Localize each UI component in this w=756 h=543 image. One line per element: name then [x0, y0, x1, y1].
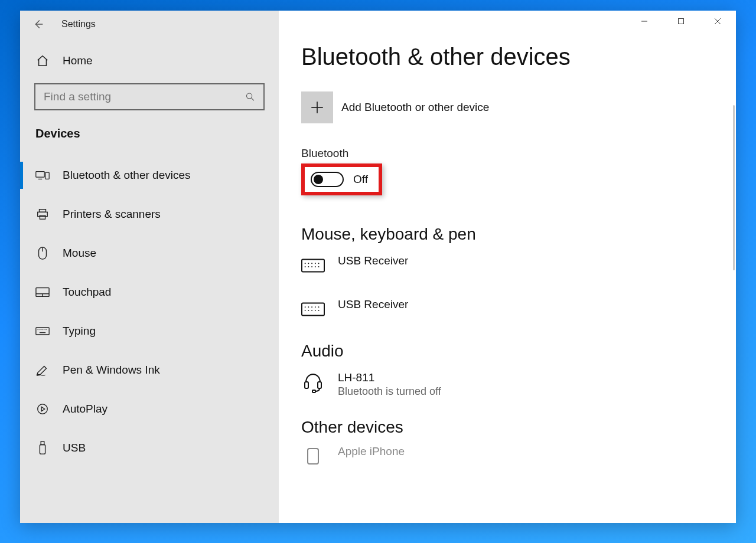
bluetooth-heading: Bluetooth	[301, 147, 718, 160]
device-name: USB Receiver	[338, 298, 408, 311]
svg-rect-18	[36, 328, 49, 335]
device-name: Apple iPhone	[338, 445, 405, 458]
svg-rect-30	[302, 260, 324, 272]
svg-rect-7	[36, 172, 44, 178]
device-row[interactable]: USB Receiver	[301, 254, 718, 276]
add-device-button[interactable]: Add Bluetooth or other device	[301, 91, 718, 123]
mouse-icon	[35, 246, 50, 260]
sidebar-nav: Bluetooth & other devices Printers & sca…	[20, 156, 279, 467]
sidebar-item-label: Printers & scanners	[63, 208, 161, 221]
back-button[interactable]	[32, 18, 45, 31]
svg-rect-26	[41, 441, 44, 445]
sidebar: Settings Home Devices	[20, 11, 279, 523]
sidebar-item-usb[interactable]: USB	[20, 428, 279, 467]
bluetooth-toggle-label: Off	[353, 173, 368, 186]
keyboard-icon	[35, 324, 50, 338]
svg-rect-52	[305, 382, 308, 388]
sidebar-item-pen[interactable]: Pen & Windows Ink	[20, 351, 279, 390]
sidebar-item-label: AutoPlay	[63, 403, 107, 416]
svg-point-25	[38, 404, 48, 414]
svg-rect-54	[312, 390, 315, 392]
printer-icon	[35, 207, 50, 221]
sidebar-item-autoplay[interactable]: AutoPlay	[20, 390, 279, 428]
section-audio: Audio	[301, 342, 718, 361]
svg-rect-41	[302, 303, 324, 316]
bluetooth-toggle[interactable]	[311, 172, 344, 187]
plus-icon	[301, 91, 333, 123]
svg-rect-27	[40, 444, 45, 454]
sidebar-item-printers[interactable]: Printers & scanners	[20, 195, 279, 234]
device-name: LH-811	[338, 371, 441, 384]
page-title: Bluetooth & other devices	[301, 44, 718, 70]
minimize-button[interactable]	[626, 11, 663, 32]
svg-line-6	[252, 98, 254, 100]
svg-rect-53	[318, 382, 321, 388]
section-other-devices: Other devices	[301, 418, 718, 437]
devices-icon	[35, 168, 50, 182]
sidebar-item-label: Bluetooth & other devices	[63, 169, 191, 182]
search-input[interactable]	[44, 90, 237, 103]
close-button[interactable]	[699, 11, 736, 32]
bluetooth-toggle-highlight: Off	[301, 163, 382, 195]
keyboard-icon	[301, 256, 325, 276]
autoplay-icon	[35, 402, 50, 416]
sidebar-item-label: Touchpad	[63, 286, 111, 299]
section-mouse-keyboard-pen: Mouse, keyboard & pen	[301, 225, 718, 244]
sidebar-section-title: Devices	[20, 110, 279, 146]
window-controls	[626, 11, 736, 32]
sidebar-item-label: USB	[63, 441, 86, 454]
sidebar-item-home[interactable]: Home	[20, 37, 279, 78]
search-box[interactable]	[34, 83, 265, 110]
sidebar-item-label: Pen & Windows Ink	[63, 364, 160, 377]
add-device-label: Add Bluetooth or other device	[341, 101, 489, 114]
device-name: USB Receiver	[338, 254, 408, 267]
headset-icon	[301, 372, 325, 392]
search-icon	[245, 92, 255, 102]
device-row[interactable]: USB Receiver	[301, 298, 718, 319]
svg-point-5	[246, 93, 252, 99]
pen-icon	[35, 363, 50, 377]
phone-icon	[301, 446, 325, 466]
svg-rect-55	[308, 449, 318, 464]
device-row[interactable]: Apple iPhone	[301, 445, 718, 466]
sidebar-item-typing[interactable]: Typing	[20, 312, 279, 351]
app-title: Settings	[61, 19, 96, 30]
sidebar-item-touchpad[interactable]: Touchpad	[20, 273, 279, 312]
sidebar-item-bluetooth[interactable]: Bluetooth & other devices	[20, 156, 279, 195]
usb-icon	[35, 441, 50, 455]
home-icon	[35, 54, 50, 68]
sidebar-item-label: Mouse	[63, 247, 96, 260]
maximize-button[interactable]	[663, 11, 699, 32]
sidebar-item-label: Typing	[63, 325, 96, 338]
scrollbar[interactable]	[733, 105, 735, 270]
touchpad-icon	[35, 285, 50, 299]
device-row[interactable]: LH-811 Bluetooth is turned off	[301, 371, 718, 398]
sidebar-item-mouse[interactable]: Mouse	[20, 234, 279, 273]
svg-rect-11	[38, 212, 48, 216]
device-status: Bluetooth is turned off	[338, 385, 441, 398]
svg-rect-9	[45, 172, 49, 179]
keyboard-icon	[301, 299, 325, 319]
home-label: Home	[63, 54, 93, 67]
toggle-knob	[314, 175, 323, 184]
settings-window: Settings Home Devices	[20, 11, 736, 523]
svg-rect-1	[679, 19, 684, 24]
svg-rect-12	[40, 215, 45, 219]
content-pane: Bluetooth & other devices Add Bluetooth …	[279, 11, 736, 523]
